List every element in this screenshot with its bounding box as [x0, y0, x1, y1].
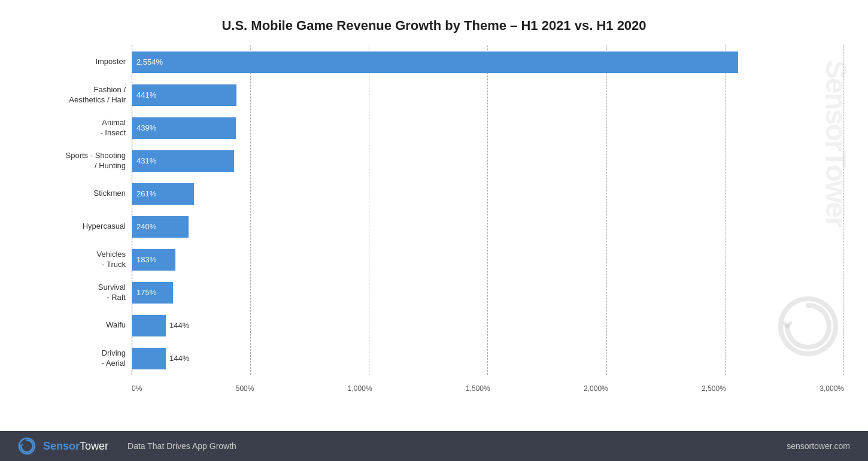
footer-tagline: Data That Drives App Growth: [128, 441, 236, 451]
bar-row: Imposter2,554%: [132, 48, 844, 76]
chart-container: U.S. Mobile Game Revenue Growth by Theme…: [0, 0, 868, 431]
chart-area: Imposter2,554%Fashion / Aesthetics / Hai…: [132, 46, 844, 393]
bar-label: Imposter: [6, 57, 126, 67]
bar-value: 240%: [132, 222, 156, 231]
bar-row: Animal - Insect439%: [132, 114, 844, 142]
bar-label: Fashion / Aesthetics / Hair: [6, 85, 126, 105]
bar-row: Driving - Aerial144%: [132, 345, 844, 372]
bar-value: 183%: [132, 255, 156, 264]
bar-value: 2,554%: [132, 57, 163, 66]
bar: 439%: [132, 117, 236, 139]
bar-value: 431%: [132, 156, 156, 165]
bar-value: 441%: [132, 90, 156, 99]
bars-section: Imposter2,554%Fashion / Aesthetics / Hai…: [132, 46, 844, 375]
bar-value: 439%: [132, 123, 156, 132]
footer: SensorTower Data That Drives App Growth …: [0, 431, 868, 461]
bar-label: Driving - Aerial: [6, 348, 126, 369]
bar-label: Hypercasual: [6, 222, 126, 232]
bar-row: Survival - Raft175%: [132, 279, 844, 307]
bar-row: Stickmen261%: [132, 180, 844, 208]
x-axis: 0%500%1,000%1,500%2,000%2,500%3,000%: [132, 384, 844, 393]
chart-title: U.S. Mobile Game Revenue Growth by Theme…: [24, 18, 844, 34]
bar: 240%: [132, 216, 189, 238]
bar-label: Animal - Insect: [6, 118, 126, 138]
x-axis-label: 1,000%: [348, 384, 372, 393]
bar: 261%: [132, 183, 194, 205]
bar-value: 175%: [132, 288, 156, 297]
bar: 2,554%: [132, 51, 738, 73]
x-axis-label: 2,500%: [702, 384, 726, 393]
bar: [132, 315, 166, 336]
bar: 441%: [132, 84, 236, 106]
x-axis-label: 3,000%: [820, 384, 844, 393]
x-axis-label: 2,000%: [584, 384, 608, 393]
brand-tower: Tower: [80, 440, 108, 452]
x-axis-label: 1,500%: [466, 384, 490, 393]
bar-value-outside: 144%: [166, 321, 189, 330]
bar-row: Sports - Shooting / Hunting431%: [132, 147, 844, 175]
footer-brand: SensorTower: [43, 440, 108, 453]
bar-label: Survival - Raft: [6, 283, 126, 303]
bar-row: Vehicles - Truck183%: [132, 246, 844, 274]
bar-value-outside: 144%: [166, 354, 189, 363]
sensortower-logo-icon: [18, 437, 36, 455]
x-axis-label: 500%: [236, 384, 254, 393]
bar: [132, 348, 166, 369]
bar: 183%: [132, 249, 175, 271]
x-axis-label: 0%: [132, 384, 142, 393]
bar: 431%: [132, 150, 234, 172]
brand-sensor: Sensor: [43, 440, 80, 452]
bar-label: Waifu: [6, 320, 126, 330]
bar-row: Hypercasual240%: [132, 213, 844, 241]
bar-value: 261%: [132, 189, 156, 198]
footer-url: sensortower.com: [787, 441, 850, 451]
bar-label: Sports - Shooting / Hunting: [6, 151, 126, 171]
bar-row: Waifu144%: [132, 312, 844, 339]
bar: 175%: [132, 282, 173, 304]
footer-left: SensorTower Data That Drives App Growth: [18, 437, 236, 455]
bar-label: Vehicles - Truck: [6, 250, 126, 270]
bar-label: Stickmen: [6, 189, 126, 199]
bar-row: Fashion / Aesthetics / Hair441%: [132, 81, 844, 109]
